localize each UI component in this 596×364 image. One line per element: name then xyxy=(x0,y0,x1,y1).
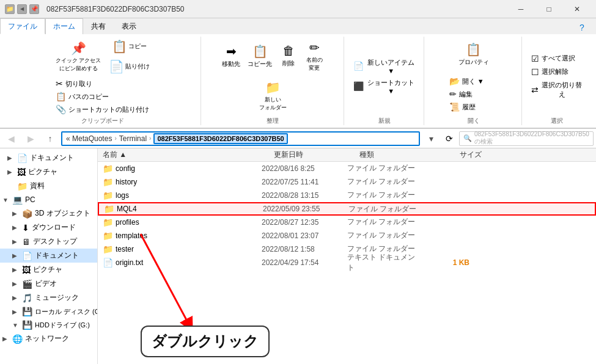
file-date-config: 2022/08/16 8:25 xyxy=(262,164,347,173)
move-icon: ➡ xyxy=(226,44,237,59)
header-name[interactable]: 名前 ▲ xyxy=(103,150,274,160)
file-row-config[interactable]: 📁 config 2022/08/16 8:25 ファイル フォルダー xyxy=(98,162,596,175)
quick-access-pin-button[interactable]: 📌 クイック アクセスにピン留めする xyxy=(53,39,105,75)
move-to-button[interactable]: ➡ 移動先 xyxy=(219,41,243,71)
tab-view[interactable]: 表示 xyxy=(114,18,144,34)
path-copy-button[interactable]: 📋 パスのコピー xyxy=(53,90,152,103)
folder-icon: 💾 xyxy=(22,320,32,330)
edit-button[interactable]: ✏ 編集 xyxy=(446,88,501,100)
tab-home[interactable]: ホーム xyxy=(45,18,83,34)
expand-icon: ▶ xyxy=(2,335,10,342)
clipboard-small-col: ✂ 切り取り 📋 パスのコピー 📎 ショートカットの貼り付け xyxy=(53,78,152,115)
file-date-templates: 2022/08/01 23:07 xyxy=(262,231,347,240)
expand-icon: ▶ xyxy=(12,238,20,245)
main-area: ▶ 📄 ドキュメント ▶ 🖼 ピクチャ 📁 資料 ▼ 💻 PC ▶ � xyxy=(0,148,596,364)
minimize-button[interactable]: ─ xyxy=(507,0,535,18)
close-button[interactable]: ✕ xyxy=(563,0,591,18)
toggle-select-button[interactable]: ⇄ 選択の切り替え xyxy=(528,79,586,100)
back-button[interactable]: ◀ xyxy=(2,131,20,146)
forward-button[interactable]: ▶ xyxy=(22,131,39,146)
address-path[interactable]: « MetaQuotes › Terminal › 082F53F5881F3D… xyxy=(61,131,420,146)
copy-button[interactable]: 📋 コピー xyxy=(106,37,153,56)
dropdown-button[interactable]: ▾ xyxy=(422,131,440,146)
new-folder-icon: 📁 xyxy=(265,80,281,95)
open-icon: 📂 xyxy=(449,76,460,86)
deselect-button[interactable]: ☐ 選択解除 xyxy=(528,66,583,78)
sidebar-item-pc[interactable]: ▼ 💻 PC xyxy=(0,193,97,206)
file-icon: 📄 xyxy=(103,258,113,268)
file-list: 名前 ▲ 更新日時 種類 サイズ 📁 config 2022/08/16 8:2… xyxy=(98,148,596,364)
delete-button[interactable]: 🗑 削除 xyxy=(276,41,301,71)
tab-share[interactable]: 共有 xyxy=(83,18,114,34)
sidebar-item-hdd[interactable]: ▼ 💾 HDDドライブ (G:) xyxy=(0,318,97,332)
sidebar-label: ビデオ xyxy=(35,278,57,289)
clipboard-label: クリップボード xyxy=(81,115,124,125)
folder-icon: ⬇ xyxy=(22,223,29,233)
open-button[interactable]: 📂 開く ▼ xyxy=(446,75,501,87)
ribbon-group-organize: ➡ 移動先 📋 コピー先 🗑 削除 ✏ 名前の変更 📁 新しいフォルダ xyxy=(202,37,344,125)
sidebar-item-shiryo[interactable]: 📁 資料 xyxy=(0,179,97,193)
maximize-button[interactable]: □ xyxy=(535,0,563,18)
sidebar-item-documents2[interactable]: ▶ 📄 ドキュメント xyxy=(0,249,97,263)
sidebar-item-downloads[interactable]: ▶ ⬇ ダウンロード xyxy=(0,220,97,235)
new-folder-button[interactable]: 📁 新しいフォルダー xyxy=(256,78,290,114)
new-item-button[interactable]: 📄 新しいアイテム ▼ xyxy=(350,57,419,76)
sidebar-item-localc[interactable]: ▶ 💾 ローカル ディスク (C xyxy=(0,305,97,318)
cut-button[interactable]: ✂ 切り取り xyxy=(53,78,152,90)
file-row-profiles[interactable]: 📁 profiles 2022/08/27 12:35 ファイル フォルダー xyxy=(98,216,596,229)
shortcut-button[interactable]: ⬛ ショートカット ▼ xyxy=(350,77,419,96)
search-placeholder: 082F53F5881F3D6022DF806C3D307B50の検索 xyxy=(474,131,589,146)
header-size[interactable]: サイズ xyxy=(433,150,482,160)
sidebar-item-documents[interactable]: ▶ 📄 ドキュメント xyxy=(0,151,97,165)
history-open-button[interactable]: 📜 履歴 xyxy=(446,101,501,113)
file-row-templates[interactable]: 📁 templates 2022/08/01 23:07 ファイル フォルダー xyxy=(98,229,596,242)
folder-icon: 🖼 xyxy=(17,167,26,177)
path-copy-icon: 📋 xyxy=(56,92,66,101)
sidebar-item-music[interactable]: ▶ 🎵 ミュージック xyxy=(0,291,97,305)
file-row-history[interactable]: 📁 history 2022/07/25 11:41 ファイル フォルダー xyxy=(98,175,596,189)
sidebar-item-video[interactable]: ▶ 🎬 ビデオ xyxy=(0,277,97,291)
select-all-button[interactable]: ☑ すべて選択 xyxy=(528,53,583,65)
shortcut-paste-button[interactable]: 📎 ショートカットの貼り付け xyxy=(53,103,152,115)
folder-icon: 📁 xyxy=(17,181,28,191)
sidebar-item-3d[interactable]: ▶ 📦 3D オブジェクト xyxy=(0,206,97,220)
folder-icon: 🖼 xyxy=(22,265,31,275)
expand-icon: ▶ xyxy=(12,224,20,231)
paste-button[interactable]: 📄 貼り付け xyxy=(106,57,153,76)
sidebar-item-pictures[interactable]: ▶ 🖼 ピクチャ xyxy=(0,165,97,179)
paste-icon: 📄 xyxy=(109,59,124,74)
rename-button[interactable]: ✏ 名前の変更 xyxy=(302,38,326,74)
folder-icon: 📁 xyxy=(103,231,113,241)
properties-button[interactable]: 📋 プロパティ xyxy=(455,39,492,70)
refresh-button[interactable]: ⟳ xyxy=(442,131,457,146)
copy-to-button[interactable]: 📋 コピー先 xyxy=(245,41,275,71)
file-date-history: 2022/07/25 11:41 xyxy=(262,178,347,186)
address-bar: ◀ ▶ ↑ « MetaQuotes › Terminal › 082F53F5… xyxy=(0,129,596,148)
file-type-templates: ファイル フォルダー xyxy=(347,230,421,241)
file-row-logs[interactable]: 📁 logs 2022/08/28 13:15 ファイル フォルダー xyxy=(98,189,596,202)
sidebar-item-network[interactable]: ▶ 🌐 ネットワーク xyxy=(0,332,97,346)
expand-icon: ▶ xyxy=(12,280,20,287)
search-box[interactable]: 🔍 082F53F5881F3D6022DF806C3D307B50の検索 xyxy=(459,131,594,146)
shortcut-icon: 📎 xyxy=(56,104,66,114)
sidebar-item-pictures2[interactable]: ▶ 🖼 ピクチャ xyxy=(0,263,97,277)
file-list-header: 名前 ▲ 更新日時 種類 サイズ xyxy=(98,148,596,162)
file-date-profiles: 2022/08/27 12:35 xyxy=(262,218,347,227)
tab-file[interactable]: ファイル xyxy=(0,18,45,34)
header-date[interactable]: 更新日時 xyxy=(274,150,359,160)
up-button[interactable]: ↑ xyxy=(42,131,59,146)
file-row-mql4[interactable]: 📁 MQL4 2022/05/09 23:55 ファイル フォルダー xyxy=(98,202,596,216)
quick-access-icon: ◀ xyxy=(17,4,27,14)
sidebar: ▶ 📄 ドキュメント ▶ 🖼 ピクチャ 📁 資料 ▼ 💻 PC ▶ � xyxy=(0,148,98,364)
file-type-mql4: ファイル フォルダー xyxy=(348,204,422,214)
ribbon-help-button[interactable]: ? xyxy=(568,18,596,37)
file-row-origin[interactable]: 📄 origin.txt 2022/04/29 17:54 テキスト ドキュメン… xyxy=(98,256,596,269)
folder-icon: 💾 xyxy=(22,307,32,316)
path-arrow-2: › xyxy=(149,135,151,142)
expand-icon: ▶ xyxy=(12,294,20,301)
sidebar-item-desktop[interactable]: ▶ 🖥 デスクトップ xyxy=(0,235,97,249)
new-buttons: 📄 新しいアイテム ▼ ⬛ ショートカット ▼ xyxy=(350,37,419,115)
new-label: 新規 xyxy=(378,115,391,125)
header-type[interactable]: 種類 xyxy=(359,150,433,160)
sidebar-label: ダウンロード xyxy=(32,222,76,233)
